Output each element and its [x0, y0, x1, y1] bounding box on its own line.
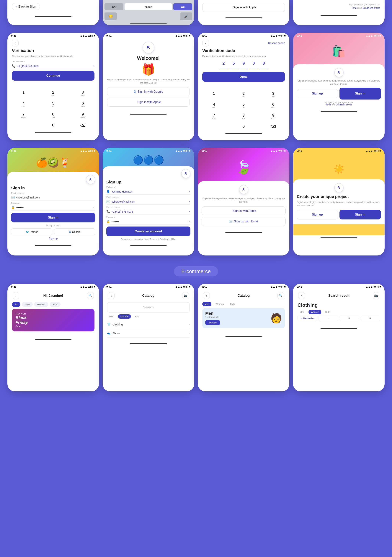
- key-2[interactable]: 2ABC: [229, 89, 258, 100]
- key-123[interactable]: 123: [105, 3, 123, 10]
- key-0[interactable]: 0: [229, 122, 258, 131]
- leaf-description: Digital technologies have become ubiquit…: [202, 197, 286, 204]
- key-6[interactable]: 6MNO: [259, 100, 288, 111]
- key-2[interactable]: 2ABC: [39, 88, 68, 98]
- cat-kids[interactable]: Kids: [228, 302, 237, 306]
- key-1[interactable]: 1: [9, 88, 38, 98]
- cat-kids[interactable]: Kids: [323, 310, 332, 314]
- google-icon: G: [134, 90, 136, 93]
- signup-btn[interactable]: Sign up: [297, 210, 338, 220]
- resend-code[interactable]: Resend code?: [268, 41, 285, 45]
- catalog-item-shoes[interactable]: 👟 Shoes ›: [107, 329, 190, 337]
- phone-check-icon: ✓: [92, 65, 94, 68]
- cat-women[interactable]: Women: [309, 310, 321, 314]
- camera-icon-btn[interactable]: 📷: [182, 292, 189, 299]
- phone-hi-jasmine: 9:41 ▲▲▲WiFi■ ‹ Hi, Jasmine! 🔍 All Men W…: [8, 284, 99, 391]
- eye-icon[interactable]: 👁: [93, 206, 95, 209]
- search-bar[interactable]: Search: [107, 302, 190, 312]
- key-mic[interactable]: 🎤: [180, 12, 192, 20]
- back-button[interactable]: ‹: [108, 292, 114, 299]
- key-space[interactable]: space: [124, 3, 172, 10]
- check-icon: ✓: [188, 200, 190, 203]
- key-8[interactable]: 8TUV: [229, 111, 258, 122]
- password-value: ••••••••: [112, 220, 186, 223]
- create-account-btn[interactable]: Create an account: [106, 227, 190, 236]
- sign-up-email-btn[interactable]: ✉️ Sign up with Email: [202, 217, 286, 226]
- key-3[interactable]: 3DEF: [68, 88, 98, 98]
- back-button[interactable]: ‹: [203, 292, 210, 299]
- project-subtitle: Digital technologies have become ubiquit…: [297, 201, 381, 207]
- cat-kids[interactable]: Kids: [133, 314, 142, 319]
- signin-btn[interactable]: Sign in: [339, 88, 381, 99]
- otp-2[interactable]: 5: [229, 61, 238, 69]
- key-0[interactable]: 0: [39, 121, 68, 130]
- cat-women[interactable]: Women: [213, 302, 226, 306]
- logo: P.: [334, 68, 343, 77]
- key-7[interactable]: 7PQRS: [199, 111, 229, 122]
- otp-1[interactable]: 2: [220, 61, 228, 69]
- key-9[interactable]: 9WXYZ: [68, 110, 98, 121]
- key-delete[interactable]: ⌫: [259, 122, 288, 131]
- key-7[interactable]: 7PQRS: [9, 110, 38, 121]
- key-5[interactable]: 5JKL: [229, 100, 258, 111]
- signin-btn[interactable]: Sign in: [11, 213, 95, 222]
- sign-in-apple-btn[interactable]: Sign in with Apple: [107, 98, 190, 106]
- browse-btn[interactable]: Browse: [205, 320, 220, 325]
- men-illustration: 🧑: [270, 313, 282, 324]
- signin-btn[interactable]: Sign in: [339, 210, 381, 220]
- cat-men[interactable]: Men: [298, 310, 307, 314]
- key-3[interactable]: 3DEF: [259, 89, 288, 100]
- back-button[interactable]: ‹: [202, 40, 209, 46]
- key-delete[interactable]: ⌫: [68, 121, 98, 130]
- phone-partial-back: ‹ Back to Sign: [8, 0, 99, 25]
- google-btn[interactable]: G Google: [54, 228, 95, 235]
- catalog-item-clothing[interactable]: 👕 Clothing ›: [107, 320, 190, 329]
- back-button[interactable]: ‹: [13, 292, 19, 299]
- tag-all[interactable]: All: [12, 302, 20, 307]
- key-5[interactable]: 5JKL: [39, 99, 68, 110]
- key-4[interactable]: 4GHI: [9, 99, 38, 110]
- search-icon-btn[interactable]: 🔍: [87, 292, 94, 299]
- signup-btn[interactable]: Sign up: [297, 89, 338, 98]
- key-6[interactable]: 6MNO: [68, 99, 98, 110]
- sign-in-apple-btn[interactable]: Sign in with Apple: [202, 206, 286, 215]
- filter-bars-btn[interactable]: ≡: [318, 316, 338, 321]
- sign-in-google-btn[interactable]: G Sign in with Google: [107, 87, 190, 96]
- password-label: Password: [11, 202, 95, 204]
- key-1[interactable]: 1: [199, 89, 229, 100]
- tag-kids[interactable]: Kids: [50, 302, 60, 307]
- status-time: 9:41: [297, 149, 302, 152]
- sign-in-apple-btn[interactable]: Sign in with Apple: [202, 3, 285, 12]
- search-icon-btn[interactable]: 🔍: [278, 292, 284, 299]
- key-8[interactable]: 8TUV: [39, 110, 68, 121]
- signup-link[interactable]: Sign up: [11, 237, 95, 240]
- back-button[interactable]: ‹: [298, 292, 305, 299]
- back-to-sign-btn[interactable]: ‹ Back to Sign: [12, 3, 40, 10]
- key-go[interactable]: Go: [173, 3, 192, 10]
- done-btn[interactable]: Done: [202, 72, 285, 82]
- signal-icon: ▲▲▲: [270, 34, 278, 37]
- otp-3[interactable]: 9: [240, 61, 248, 69]
- otp-5[interactable]: 8: [260, 61, 268, 69]
- google-icon: G: [69, 230, 71, 233]
- cat-women[interactable]: Women: [118, 314, 131, 319]
- key-emoji[interactable]: 😊: [105, 12, 117, 20]
- status-time: 9:41: [202, 34, 207, 37]
- key-9[interactable]: 9WXYZ: [259, 111, 288, 122]
- key-4[interactable]: 4GHI: [199, 100, 229, 111]
- camera-icon-btn[interactable]: 📷: [373, 292, 379, 299]
- twitter-btn[interactable]: 🐦 Twitter: [11, 228, 52, 235]
- cat-men[interactable]: Men: [107, 314, 116, 319]
- tag-men[interactable]: Men: [22, 302, 33, 307]
- tag-women[interactable]: Women: [34, 302, 49, 307]
- otp-4[interactable]: 0: [250, 61, 258, 69]
- bestseller-dropdown[interactable]: ∨ Bestseller: [298, 316, 317, 321]
- eye-icon[interactable]: 👁: [188, 220, 190, 223]
- filter-sliders-btn[interactable]: ⊟: [340, 316, 359, 321]
- cat-men[interactable]: Men: [202, 302, 212, 306]
- chevron-left-icon: ‹: [16, 5, 17, 8]
- continue-btn[interactable]: Continue: [12, 71, 94, 81]
- grid-view-btn[interactable]: ⊞: [361, 316, 380, 321]
- back-button[interactable]: ‹: [12, 40, 19, 46]
- email-label: Email address: [106, 196, 190, 198]
